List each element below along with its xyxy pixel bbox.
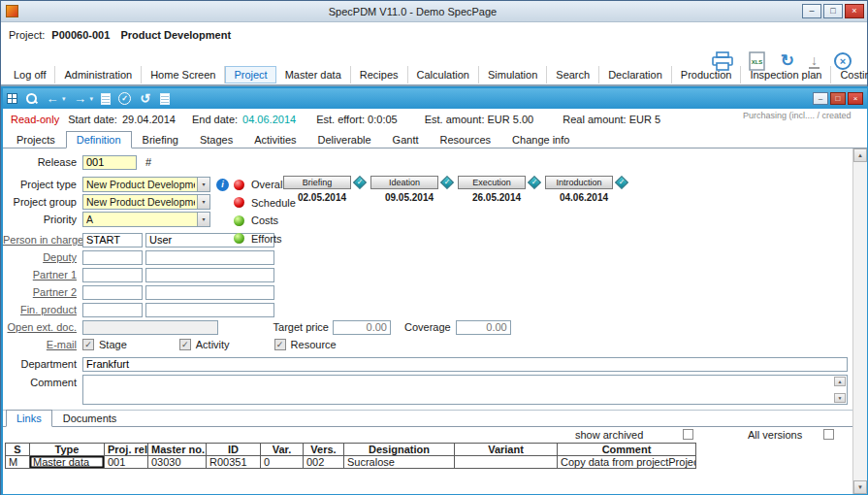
download-icon[interactable]: ↓ [809,54,820,69]
stage-introduction-button[interactable]: Introduction [545,176,613,189]
col-vers[interactable]: Vers. [304,444,344,456]
menu-simulation[interactable]: Simulation [479,66,547,83]
inner-close-button[interactable]: × [848,92,863,105]
resource-checkbox[interactable]: ✓ [274,339,286,350]
col-master-no[interactable]: Master no. [148,444,207,456]
tab-activities[interactable]: Activities [243,131,306,148]
back-history-caret-icon[interactable]: ▾ [62,95,66,103]
cell-proj-rel[interactable]: 001 [105,456,148,469]
tab-deliverable[interactable]: Deliverable [307,131,382,148]
col-proj-rel[interactable]: Proj. rel. [105,444,148,456]
stage-briefing-button[interactable]: Briefing [283,176,351,189]
tab-projects[interactable]: Projects [6,131,66,148]
person-in-charge-link[interactable]: Person in charge [3,234,82,246]
target-price-input[interactable] [333,320,391,335]
stage-ideation-button[interactable]: Ideation [370,176,438,189]
tab-change-info[interactable]: Change info [501,131,580,148]
maximize-button[interactable]: □ [823,4,843,18]
comment-textarea[interactable] [83,376,847,404]
deputy-name-input[interactable] [145,250,274,265]
menu-home-screen[interactable]: Home Screen [142,66,225,83]
menu-declaration[interactable]: Declaration [599,66,672,83]
open-ext-doc-link[interactable]: Open ext. doc. [3,321,82,333]
menu-log-off[interactable]: Log off [5,66,55,83]
document-copy-icon[interactable] [160,93,170,105]
cell-id[interactable]: R00351 [207,456,261,469]
close-button[interactable]: × [845,4,864,18]
tab-briefing[interactable]: Briefing [132,131,189,148]
tab-gantt[interactable]: Gantt [382,131,430,148]
coverage-input[interactable] [456,320,511,335]
check-circle-icon[interactable]: ✓ [118,92,131,105]
cell-variant[interactable] [455,456,558,469]
tab-documents[interactable]: Documents [52,410,128,427]
inner-maximize-button[interactable]: □ [830,92,846,105]
cell-master-no[interactable]: 03030 [148,456,207,469]
scroll-down-icon[interactable]: ▼ [853,480,867,494]
window-menu-icon[interactable] [7,93,17,104]
tab-definition[interactable]: Definition [66,131,132,148]
tab-stages[interactable]: Stages [189,131,243,148]
activity-checkbox[interactable]: ✓ [179,339,191,350]
col-s[interactable]: S [6,444,30,456]
cell-designation[interactable]: Sucralose [344,456,455,469]
scroll-up-icon[interactable]: ▲ [853,148,867,162]
partner1-id-input[interactable] [82,268,143,282]
table-row[interactable]: M Master data 001 03030 R00351 0 002 Suc… [6,456,696,469]
cell-vers[interactable]: 002 [304,456,344,469]
email-link[interactable]: E-mail [3,339,82,350]
comment-scroll-up-icon[interactable]: ▲ [834,377,846,386]
cell-comment[interactable]: Copy data from projectProject: Pro... [558,456,696,469]
priority-select[interactable]: A ▾ [82,212,210,227]
stage-checkbox[interactable]: ✓ [82,339,94,350]
col-type[interactable]: Type [30,444,105,456]
undo-icon[interactable]: ↺ [139,90,152,108]
document-icon[interactable] [101,93,111,105]
fin-product-link[interactable]: Fin. product [3,304,82,315]
partner2-link[interactable]: Partner 2 [3,286,82,298]
partner1-name-input[interactable] [145,268,274,282]
info-icon[interactable]: i [216,179,229,191]
deputy-link[interactable]: Deputy [3,251,82,263]
release-input[interactable] [82,155,137,170]
fin-product-name-input[interactable] [145,303,274,317]
close-circle-icon[interactable]: × [834,52,852,70]
refresh-icon[interactable]: ↻ [781,52,794,70]
partner2-id-input[interactable] [82,285,143,300]
col-var[interactable]: Var. [261,444,304,456]
partner1-link[interactable]: Partner 1 [3,269,82,280]
minimize-button[interactable]: – [802,4,821,18]
menu-administration[interactable]: Administration [55,66,142,83]
export-xls-icon[interactable]: XLS [749,51,766,71]
stage-execution-button[interactable]: Execution [458,176,526,189]
menu-recipes[interactable]: Recipes [351,66,408,83]
menu-calculation[interactable]: Calculation [408,66,479,83]
comment-scroll-down-icon[interactable]: ▼ [834,393,846,403]
open-ext-doc-input[interactable] [82,320,218,335]
search-icon[interactable] [25,92,38,105]
cell-type[interactable]: Master data [30,456,105,469]
all-versions-checkbox[interactable] [823,429,834,440]
forward-icon[interactable]: → [74,90,87,108]
deputy-id-input[interactable] [82,250,143,265]
person-in-charge-id-input[interactable] [82,233,143,248]
tab-links[interactable]: Links [6,410,52,427]
col-variant[interactable]: Variant [455,444,558,456]
menu-project[interactable]: Project [225,66,275,83]
menu-search[interactable]: Search [547,66,599,83]
fin-product-id-input[interactable] [82,303,143,317]
inner-minimize-button[interactable]: – [813,92,828,105]
cell-s[interactable]: M [6,456,30,469]
col-id[interactable]: ID [207,444,261,456]
vertical-scrollbar[interactable]: ▲ ▼ [852,148,867,494]
project-group-select[interactable]: New Product Development ▾ [82,194,210,210]
col-designation[interactable]: Designation [344,444,455,456]
show-archived-checkbox[interactable] [683,429,693,440]
tab-resources[interactable]: Resources [430,131,502,148]
print-icon[interactable] [711,51,734,71]
department-input[interactable] [82,357,848,372]
menu-master-data[interactable]: Master data [276,66,351,83]
col-comment[interactable]: Comment [558,444,696,456]
back-icon[interactable]: ← [46,90,59,108]
partner2-name-input[interactable] [145,285,274,300]
